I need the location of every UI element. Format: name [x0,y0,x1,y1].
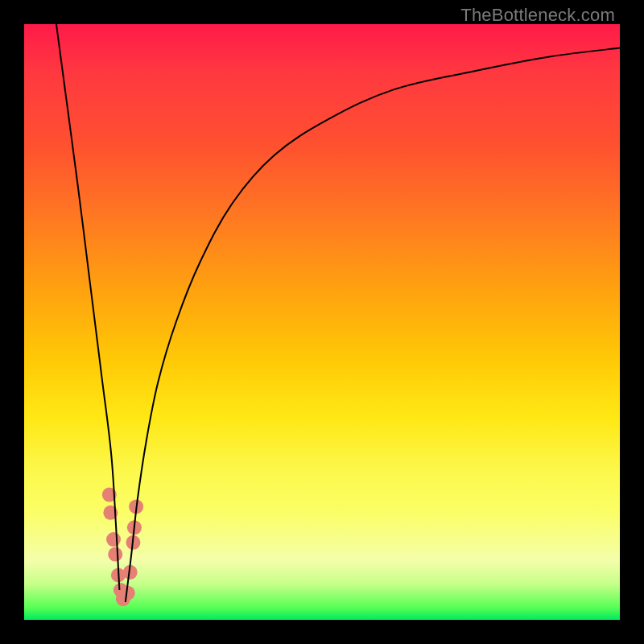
curve-left [56,24,119,590]
data-marker [108,547,122,562]
watermark-text: TheBottleneck.com [460,5,615,26]
curve-right [126,48,620,602]
data-marker [106,532,121,547]
plot-area [24,24,620,620]
chart-svg [24,24,620,620]
chart-frame: TheBottleneck.com [0,0,644,644]
